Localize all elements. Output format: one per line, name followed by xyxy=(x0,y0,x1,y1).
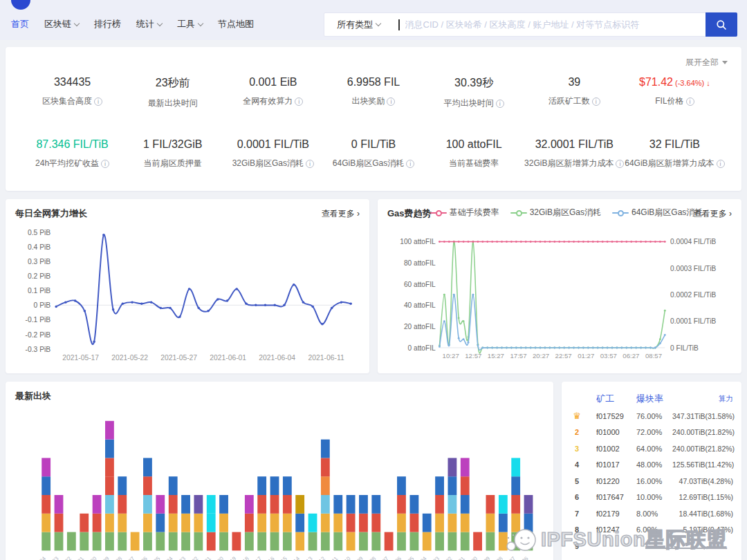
stat-label: 当前扇区质押量 xyxy=(122,158,223,169)
stats-row-2: 87.346 FIL/TiB24h平均挖矿收益i1 FIL/32GiB当前扇区质… xyxy=(22,138,725,169)
stat-label-text: 24h平均挖矿收益 xyxy=(35,158,99,169)
top-header: 首页区块链排行榜统计工具节点地图 所有类型 消息CID / 区块哈希 / 区块高… xyxy=(0,0,747,40)
col-header-miner[interactable]: 矿工 xyxy=(596,393,636,405)
info-icon[interactable]: i xyxy=(295,97,303,106)
chevron-down-icon xyxy=(157,20,163,26)
expand-all-button[interactable]: 展开全部 xyxy=(685,57,728,68)
nav-item-5[interactable]: 节点地图 xyxy=(218,18,254,30)
stat-metric: 87.346 FIL/TiB24h平均挖矿收益i xyxy=(22,138,122,169)
gas-chart-legend: 基础手续费率32GiB扇区Gas消耗64GiB扇区Gas消耗 xyxy=(419,207,714,218)
info-icon[interactable]: i xyxy=(387,97,395,106)
svg-text:0 PiB: 0 PiB xyxy=(34,301,51,309)
legend-item-2[interactable]: 64GiB扇区Gas消耗 xyxy=(612,207,703,218)
block-rate-value: 10.00% xyxy=(636,493,672,501)
hashrate-growth-chart: 0.5 PiB0.4 PiB0.3 PiB0.2 PiB0.1 PiB0 PiB… xyxy=(15,223,360,369)
stat-value: 0.0001 FIL/TiB xyxy=(223,138,323,151)
info-icon[interactable]: i xyxy=(717,160,725,168)
search-type-dropdown[interactable]: 所有类型 xyxy=(324,19,389,31)
svg-text:0.5 PiB: 0.5 PiB xyxy=(28,229,50,236)
expand-all-label: 展开全部 xyxy=(685,57,719,68)
rank-number: 8 xyxy=(570,525,584,534)
text-cursor xyxy=(398,19,400,30)
block-rate-value: 76.00% xyxy=(636,412,672,420)
gas-trend-card: Gas费趋势 查看更多 › 基础手续费率32GiB扇区Gas消耗64GiB扇区G… xyxy=(378,199,741,373)
miner-id-link[interactable]: f01220 xyxy=(596,477,636,485)
nav-item-1[interactable]: 区块链 xyxy=(44,18,79,30)
miner-id-link[interactable]: f01000 xyxy=(596,428,636,436)
stat-label-text: 区块集合高度 xyxy=(42,95,92,107)
stat-label-text: 当前扇区质押量 xyxy=(144,158,202,169)
svg-text:-0.3 PiB: -0.3 PiB xyxy=(25,346,50,353)
stat-label-text: 32GiB扇区Gas消耗 xyxy=(232,158,304,169)
stat-label: 全网有效算力i xyxy=(223,95,323,107)
info-icon[interactable]: i xyxy=(406,160,414,168)
stat-label: 64GiB扇区Gas消耗i xyxy=(323,158,423,169)
stat-metric: 0.0001 FIL/TiB32GiB扇区Gas消耗i xyxy=(223,138,323,169)
svg-text:60 attoFIL: 60 attoFIL xyxy=(404,281,436,288)
info-icon[interactable]: i xyxy=(101,160,109,168)
power-value: 240.00TiB(21.82%) xyxy=(672,445,735,453)
miner-id-link[interactable]: f01247 xyxy=(596,525,636,534)
col-header-rate[interactable]: 爆块率 xyxy=(636,393,672,405)
search-input[interactable]: 消息CID / 区块哈希 / 区块高度 / 账户地址 / 对等节点标识符 xyxy=(405,19,706,31)
miner-id-link[interactable]: f017647 xyxy=(596,493,636,501)
info-icon[interactable]: i xyxy=(496,100,504,108)
legend-marker-icon xyxy=(612,209,629,216)
network-stats-card: 展开全部 334435区块集合高度i23秒前最新出块时间0.001 EiB全网有… xyxy=(6,47,741,191)
stat-value: 23秒前 xyxy=(122,76,223,91)
miner-id-link[interactable]: f01017 xyxy=(596,460,636,469)
info-icon[interactable]: i xyxy=(686,97,694,106)
svg-text:10:27: 10:27 xyxy=(443,352,459,360)
legend-label: 基础手续费率 xyxy=(450,207,499,218)
site-logo[interactable] xyxy=(11,0,30,10)
svg-text:0 attoFIL: 0 attoFIL xyxy=(408,344,436,352)
charts-row: 每日全网算力增长 查看更多 › 0.5 PiB0.4 PiB0.3 PiB0.2… xyxy=(6,199,741,373)
stat-value: 30.39秒 xyxy=(424,76,524,91)
search-button[interactable] xyxy=(706,12,737,37)
nav-item-4[interactable]: 工具 xyxy=(177,18,203,30)
chevron-down-icon xyxy=(376,21,381,26)
hashrate-more-link[interactable]: 查看更多 › xyxy=(322,208,360,220)
svg-text:-0.2 PiB: -0.2 PiB xyxy=(25,331,50,339)
legend-item-0[interactable]: 基础手续费率 xyxy=(430,207,499,218)
legend-item-1[interactable]: 32GiB扇区Gas消耗 xyxy=(510,207,601,218)
stat-label-text: 64GiB扇区Gas消耗 xyxy=(333,158,404,169)
nav-item-label: 首页 xyxy=(11,18,29,30)
svg-text:2021-06-11: 2021-06-11 xyxy=(308,354,344,362)
miners-table-body: ♛f01752976.00%347.31TiB(31.58%)2f0100072… xyxy=(570,408,733,554)
legend-label: 32GiB扇区Gas消耗 xyxy=(530,207,601,218)
svg-text:-0.1 PiB: -0.1 PiB xyxy=(25,316,50,324)
stat-value: $71.42 (-3.64%) ↓ xyxy=(625,76,725,88)
stat-change: (-3.64%) ↓ xyxy=(673,79,710,87)
search-icon xyxy=(716,19,727,30)
rank-number: 2 xyxy=(570,428,584,436)
svg-text:100 attoFIL: 100 attoFIL xyxy=(400,238,436,245)
info-icon[interactable]: i xyxy=(94,97,102,106)
svg-text:0.4 PiB: 0.4 PiB xyxy=(28,243,50,251)
miner-id-link[interactable]: f02179 xyxy=(596,510,636,518)
svg-text:06:27: 06:27 xyxy=(622,352,639,360)
nav-item-2[interactable]: 排行榜 xyxy=(94,18,121,30)
power-value: 47.03TiB(4.28%) xyxy=(672,477,733,485)
info-icon[interactable]: i xyxy=(616,160,624,168)
search-type-label: 所有类型 xyxy=(337,19,373,31)
stat-label: 64GiB扇区新增算力成本i xyxy=(625,158,725,169)
table-row: 2f0100072.00%240.00TiB(21.82%) xyxy=(570,424,733,441)
stat-label: FIL价格i xyxy=(625,95,725,107)
info-icon[interactable]: i xyxy=(306,160,314,168)
svg-text:2021-05-27: 2021-05-27 xyxy=(160,354,197,362)
stat-metric: 30.39秒平均出块时间i xyxy=(424,76,524,109)
col-header-power[interactable]: 算力 xyxy=(672,394,733,404)
svg-text:03:57: 03:57 xyxy=(600,352,617,360)
block-rate-value: 72.00% xyxy=(636,428,672,436)
nav-item-0[interactable]: 首页 xyxy=(11,18,29,30)
latest-blocks-card: 最新出块 33443433443333443233443133443033442… xyxy=(6,382,553,560)
info-icon[interactable]: i xyxy=(592,97,600,106)
svg-text:0.3 PiB: 0.3 PiB xyxy=(28,258,50,265)
svg-text:0.0004 FIL/TiB: 0.0004 FIL/TiB xyxy=(670,238,716,245)
miner-id-link[interactable]: f01002 xyxy=(596,445,636,453)
nav-item-3[interactable]: 统计 xyxy=(136,18,162,30)
stat-metric: 334435区块集合高度i xyxy=(22,76,122,109)
miners-ranking-card: 矿工爆块率算力 ♛f01752976.00%347.31TiB(31.58%)2… xyxy=(562,382,741,560)
miner-id-link[interactable]: f017529 xyxy=(596,412,636,420)
